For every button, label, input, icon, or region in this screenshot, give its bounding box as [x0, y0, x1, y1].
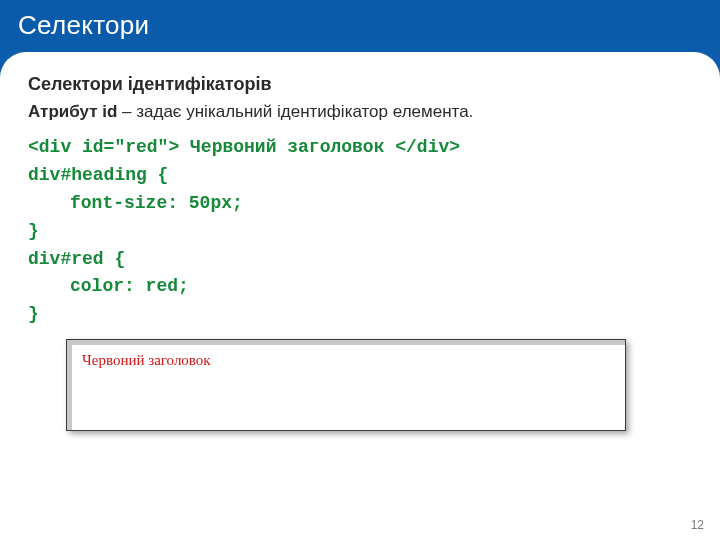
description-line: Атрибут id – задає унікальний ідентифіка…	[28, 101, 692, 124]
example-inner: Червоний заголовок	[72, 345, 625, 430]
example-frame: Червоний заголовок	[66, 339, 626, 431]
code-line-7: }	[28, 301, 692, 329]
description-bold: Атрибут id	[28, 102, 117, 121]
section-subtitle: Селектори ідентифікаторів	[28, 74, 692, 95]
code-line-3: font-size: 50px;	[28, 190, 692, 218]
code-line-6: color: red;	[28, 273, 692, 301]
content-card: Селектори ідентифікаторів Атрибут id – з…	[0, 52, 720, 540]
code-line-4: }	[28, 218, 692, 246]
code-line-5: div#red {	[28, 246, 692, 274]
code-block: <div id="red"> Червоний заголовок </div>…	[28, 134, 692, 329]
slide-header: Селектори	[0, 0, 720, 47]
page-number: 12	[691, 518, 704, 532]
slide-title: Селектори	[18, 10, 702, 41]
description-text: – задає унікальний ідентифікатор елемент…	[117, 102, 473, 121]
code-line-1: <div id="red"> Червоний заголовок </div>	[28, 134, 692, 162]
example-text: Червоний заголовок	[82, 352, 211, 368]
slide: Селектори Селектори ідентифікаторів Атри…	[0, 0, 720, 540]
code-line-2: div#heading {	[28, 162, 692, 190]
